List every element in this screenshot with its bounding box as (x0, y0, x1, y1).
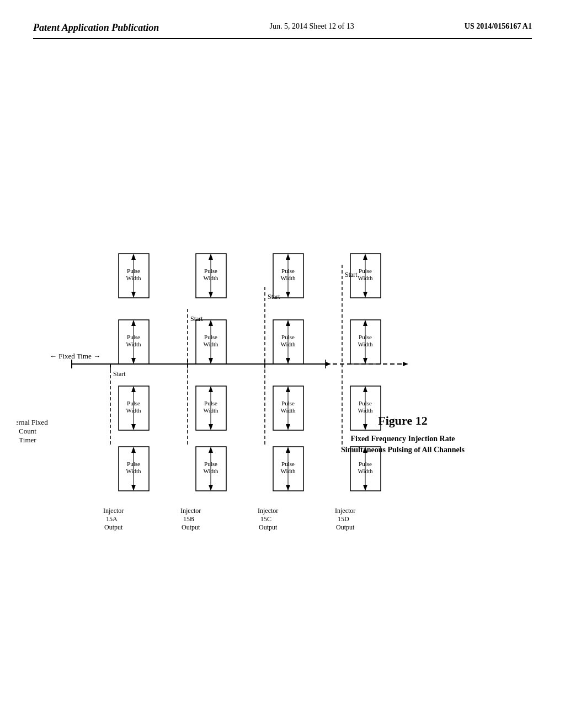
timer-label2: Count (19, 427, 36, 435)
ch15b-p4-arrow-down (209, 292, 213, 298)
page: Patent Application Publication Jun. 5, 2… (0, 0, 565, 728)
ch15c-p1-arrow-down (286, 485, 290, 491)
ch15b-p2-arrow-down (209, 424, 213, 430)
ch15b-label2: 15B (183, 515, 194, 523)
ch15a-pulse1-arrow-up (131, 447, 136, 453)
figure-number-label: Figure 12 (378, 414, 427, 427)
fixed-time-label: ← Fixed Time → (50, 352, 100, 360)
ch15c-p2-arrow-down (286, 424, 290, 430)
ch15c-label3: Output (259, 523, 278, 531)
ch15a-pulse4-arrow-down (131, 292, 136, 298)
ch15d-p3-arrow-down (363, 358, 367, 364)
ch15b-p1-arrow-up (209, 447, 213, 453)
ch15b-label3: Output (182, 523, 200, 531)
ch15d-p3-arrow-up (363, 320, 367, 326)
ch15c-label1: Injector (258, 507, 278, 515)
ch15c-p4-arrow-up (286, 254, 290, 260)
ch15b-label1: Injector (180, 507, 201, 515)
ch15d-p4-arrow-down (363, 292, 367, 298)
ch15a-pulse3-arrow-up (131, 320, 136, 326)
ch15d-label1: Injector (335, 507, 355, 515)
ch15a-pulse1-arrow-down (131, 485, 136, 491)
ch15c-p3-arrow-down (286, 358, 290, 364)
main-diagram: Internal Fixed Count Timer ← Fixed Time … (17, 50, 513, 574)
header-patent-number: US 2014/0156167 A1 (465, 22, 532, 31)
ch15d-label3: Output (336, 523, 355, 531)
ch15d-p4-arrow-up (363, 254, 367, 260)
ch15c-p3-arrow-up (286, 320, 290, 326)
ch15d-p2-arrow-up (363, 386, 367, 392)
ch15c-p2-arrow-up (286, 386, 290, 392)
ch15c-label2: 15C (260, 515, 271, 523)
ch15b-start-label: Start (190, 315, 203, 323)
ch15a-pulse4-arrow-up (131, 254, 136, 260)
timer-label: Internal Fixed (17, 418, 48, 426)
ch15d-start-label: Start (345, 271, 358, 279)
header-sheet-info: Jun. 5, 2014 Sheet 12 of 13 (270, 22, 354, 31)
header-publication-label: Patent Application Publication (33, 22, 159, 34)
ch15a-pulse3-arrow-down (131, 358, 136, 364)
ch15c-p4-arrow-down (286, 292, 290, 298)
ch15c-p1-arrow-up (286, 447, 290, 453)
ch15b-p4-arrow-up (209, 254, 213, 260)
ch15a-label3: Output (104, 523, 123, 531)
ch15b-p3-arrow-down (209, 358, 213, 364)
timer-label3: Timer (19, 436, 36, 444)
figure-title1: Fixed Frequency Injection Rate (350, 435, 455, 443)
ch15b-p1-arrow-down (209, 485, 213, 491)
ch15c-start-label: Start (268, 293, 280, 301)
ch15a-label1: Injector (103, 507, 124, 515)
ch15a-start-label: Start (113, 370, 126, 378)
figure-title2: Simultaneous Pulsing of All Channels (341, 446, 465, 454)
header: Patent Application Publication Jun. 5, 2… (33, 22, 532, 39)
ch15a-pulse2-arrow-down (131, 424, 136, 430)
ch15b-p2-arrow-up (209, 386, 213, 392)
ch15b-p3-arrow-up (209, 320, 213, 326)
ch15d-p2-arrow-down (363, 424, 367, 430)
timer-future-arrow (403, 362, 408, 366)
ch15d-p1-arrow-down (363, 485, 367, 491)
ch15d-label2: 15D (338, 515, 349, 523)
ch15a-label2: 15A (106, 515, 118, 523)
ch15a-pulse2-arrow-up (131, 386, 136, 392)
